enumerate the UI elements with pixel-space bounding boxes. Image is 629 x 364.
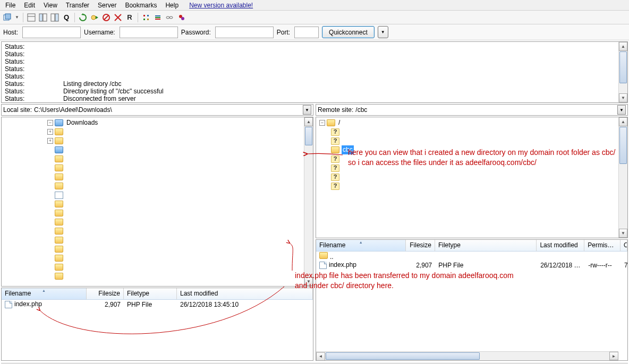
filter-icon[interactable] xyxy=(141,12,151,23)
toggle-remote-tree-icon[interactable] xyxy=(49,12,60,23)
parent-dir-row[interactable]: .. xyxy=(316,252,627,261)
port-input[interactable] xyxy=(294,27,319,38)
log-text: Listing directory /cbc xyxy=(63,80,121,88)
log-text: Disconnected from server xyxy=(63,95,136,102)
tree-collapse-icon[interactable]: − xyxy=(319,120,325,126)
folder-icon xyxy=(55,246,63,253)
quickconnect-history-button[interactable]: ▼ xyxy=(378,26,388,38)
remote-list-hscroll[interactable]: ◄ ► xyxy=(316,351,618,360)
col-lastmodified[interactable]: Last modified xyxy=(177,288,313,299)
file-modified: 26/12/2018 13:45:10 xyxy=(177,301,313,308)
toggle-log-icon[interactable] xyxy=(26,12,37,23)
menu-view[interactable]: View xyxy=(39,1,62,10)
col-filesize[interactable]: Filesize xyxy=(406,240,435,251)
unknown-folder-icon: ? xyxy=(331,174,339,181)
chevron-down-icon[interactable]: ▼ xyxy=(617,105,626,115)
col-filetype[interactable]: Filetype xyxy=(124,288,177,299)
chevron-down-icon: ▼ xyxy=(381,30,385,34)
tree-expand-icon[interactable]: + xyxy=(47,129,53,135)
site-manager-icon[interactable] xyxy=(2,12,13,23)
local-grid-header: ▲Filename Filesize Filetype Last modifie… xyxy=(2,288,313,300)
col-filename[interactable]: ▲Filename xyxy=(2,288,87,299)
scroll-up-icon[interactable]: ▲ xyxy=(304,117,313,126)
menu-new-version[interactable]: New version available! xyxy=(185,1,257,10)
col-filename[interactable]: ▲Filename xyxy=(316,240,406,251)
menu-edit[interactable]: Edit xyxy=(20,1,39,10)
tree-collapse-icon[interactable]: − xyxy=(47,120,53,126)
local-tree-scrollbar[interactable]: ▲ ▼ xyxy=(304,117,313,286)
scroll-left-icon[interactable]: ◄ xyxy=(316,352,325,361)
file-type: PHP File xyxy=(435,262,537,269)
svg-point-21 xyxy=(169,16,173,19)
col-filetype[interactable]: Filetype xyxy=(435,240,537,251)
file-size: 2,907 xyxy=(87,301,124,308)
scroll-up-icon[interactable]: ▲ xyxy=(619,42,627,51)
scroll-down-icon[interactable]: ▼ xyxy=(304,277,313,286)
local-file-list[interactable]: ▲Filename Filesize Filetype Last modifie… xyxy=(1,288,313,361)
file-row[interactable]: index.php 2,907 PHP File 26/12/2018 13:4… xyxy=(2,300,313,309)
tree-item-label[interactable]: / xyxy=(337,118,341,127)
menu-help[interactable]: Help xyxy=(161,1,183,10)
toggle-local-tree-icon[interactable] xyxy=(38,12,48,23)
tree-item-label[interactable]: Downloads xyxy=(65,118,99,127)
col-owner[interactable]: Own xyxy=(620,240,627,251)
log-label: Status: xyxy=(5,65,63,73)
cancel-icon[interactable] xyxy=(101,12,112,23)
file-icon xyxy=(5,301,12,308)
password-input[interactable] xyxy=(215,27,274,38)
local-tree[interactable]: −Downloads + + ▲ xyxy=(1,117,313,287)
search-icon[interactable] xyxy=(176,12,186,23)
scroll-down-icon[interactable]: ▼ xyxy=(619,229,627,238)
remote-site-bar: Remote site: ▼ xyxy=(316,104,628,116)
svg-rect-2 xyxy=(28,14,35,21)
scroll-up-icon[interactable]: ▲ xyxy=(619,117,627,126)
file-permissions: -rw----r-- xyxy=(585,262,621,269)
menu-bar: File Edit View Transfer Server Bookmarks… xyxy=(0,0,629,11)
file-owner: 7246 xyxy=(621,262,627,269)
tree-item-selected[interactable]: cbc xyxy=(342,145,354,154)
scroll-right-icon[interactable]: ► xyxy=(609,352,618,360)
tree-expand-icon[interactable]: + xyxy=(47,138,53,144)
message-log: Status: Status: Status: Status: Status: … xyxy=(1,41,628,103)
sort-asc-icon: ▲ xyxy=(359,240,363,244)
remote-file-list[interactable]: ▲Filename Filesize Filetype Last modifie… xyxy=(316,239,628,361)
refresh-icon[interactable] xyxy=(78,12,88,23)
unknown-folder-icon: ? xyxy=(331,155,339,163)
svg-point-23 xyxy=(181,17,184,20)
reconnect-icon[interactable]: R xyxy=(124,12,135,23)
username-input[interactable] xyxy=(120,27,178,38)
quickconnect-button[interactable]: Quickconnect xyxy=(322,26,375,38)
col-filesize[interactable]: Filesize xyxy=(87,288,124,299)
file-name: index.php xyxy=(14,300,42,308)
host-input[interactable] xyxy=(22,27,81,38)
dropdown-icon[interactable]: ▼ xyxy=(14,12,20,23)
chevron-down-icon[interactable]: ▼ xyxy=(303,105,311,115)
menu-file[interactable]: File xyxy=(1,1,20,10)
col-lastmodified[interactable]: Last modified xyxy=(537,240,584,251)
menu-transfer[interactable]: Transfer xyxy=(62,1,94,10)
menu-bookmarks[interactable]: Bookmarks xyxy=(121,1,161,10)
menu-server[interactable]: Server xyxy=(94,1,121,10)
col-permissions[interactable]: Permissions xyxy=(584,240,620,251)
sync-browse-icon[interactable] xyxy=(164,12,175,23)
disconnect-icon[interactable] xyxy=(113,12,123,23)
toggle-queue-icon[interactable]: Q xyxy=(61,12,72,23)
toolbar: ▼ Q R xyxy=(0,11,629,24)
scroll-down-icon[interactable]: ▼ xyxy=(619,93,627,102)
svg-rect-1 xyxy=(5,14,11,19)
compare-icon[interactable] xyxy=(152,12,163,23)
remote-site-input[interactable] xyxy=(355,105,615,115)
process-queue-icon[interactable] xyxy=(89,12,100,23)
folder-icon xyxy=(55,174,63,180)
remote-tree-scrollbar[interactable]: ▲ ▼ xyxy=(618,117,627,238)
folder-icon xyxy=(55,164,63,171)
remote-tree[interactable]: −/ ? ? cbc ? ? ? ? ▲ ▼ xyxy=(316,117,628,238)
svg-rect-14 xyxy=(147,15,149,16)
log-scrollbar[interactable]: ▲ ▼ xyxy=(618,42,627,102)
folder-icon xyxy=(55,128,63,135)
local-site-input[interactable] xyxy=(34,105,301,115)
file-modified: 26/12/2018 13:... xyxy=(537,262,585,269)
file-row[interactable]: index.php 2,907 PHP File 26/12/2018 13:.… xyxy=(316,261,627,270)
file-icon xyxy=(319,262,327,269)
folder-icon xyxy=(55,228,63,235)
